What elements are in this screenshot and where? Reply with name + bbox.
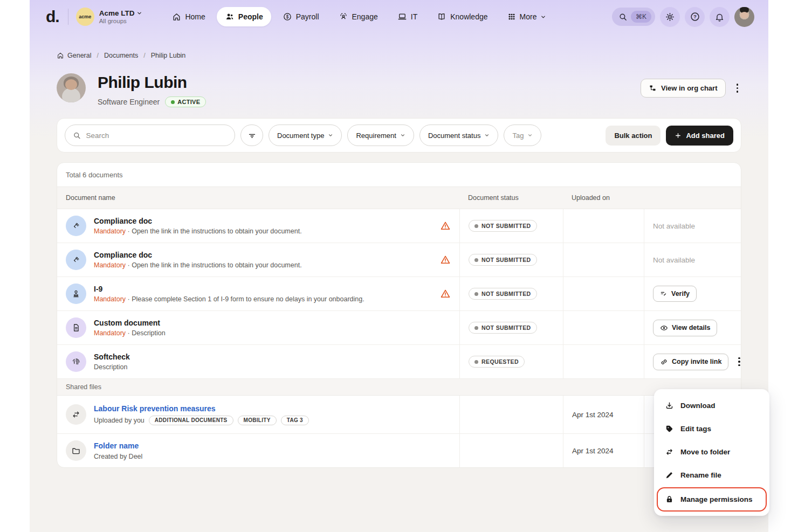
gavel-icon	[66, 216, 86, 236]
org-name: Acme LTD	[99, 9, 135, 17]
nav-item-payroll[interactable]: S Payroll	[274, 7, 327, 26]
documents-table: Total 6 documents Document name Document…	[57, 162, 741, 468]
status-badge: REQUESTED	[469, 356, 525, 368]
global-search-button[interactable]: ⌘K	[612, 8, 655, 26]
tag-badge[interactable]: TAG 3	[281, 416, 309, 425]
search-icon	[73, 131, 81, 140]
menu-item-rename-file[interactable]: Rename file	[654, 464, 769, 487]
row-more-menu-button[interactable]	[735, 354, 741, 370]
main-nav: Home People S Payroll Engage IT Knowledg…	[164, 7, 612, 26]
shared-file-row: Folder name Created by Deel Apr 1st 2024	[57, 434, 741, 467]
filter-toolbar: Document type Requirement Document statu…	[57, 118, 741, 153]
pencil-icon	[665, 471, 674, 480]
search-input[interactable]	[86, 132, 227, 140]
payroll-icon: S	[283, 12, 292, 22]
shared-file-link[interactable]: Labour Risk prevention measures	[94, 404, 309, 413]
download-icon	[665, 401, 674, 410]
status-badge: ACTIVE	[165, 96, 206, 107]
nav-item-it[interactable]: IT	[389, 7, 425, 26]
nav-item-engage[interactable]: Engage	[331, 7, 386, 26]
plus-icon	[675, 132, 682, 139]
search-field[interactable]	[65, 125, 235, 146]
document-name[interactable]: Compliance doc	[94, 251, 302, 259]
table-row: Softcheck Description REQUESTED Copy inv…	[57, 345, 741, 379]
filter-tag[interactable]: Tag	[504, 125, 541, 146]
document-name[interactable]: I-9	[94, 285, 364, 293]
verify-button[interactable]: Verify	[653, 286, 697, 302]
tag-icon	[665, 424, 674, 433]
help-button[interactable]: ?	[685, 7, 705, 27]
document-icon	[66, 317, 86, 338]
people-icon	[225, 12, 235, 22]
view-org-chart-button[interactable]: View in org chart	[641, 79, 726, 98]
copy-invite-link-button[interactable]: Copy invite link	[653, 354, 728, 370]
table-row: Compliance doc Mandatory · Open the link…	[57, 209, 741, 243]
filter-requirement[interactable]: Requirement	[347, 125, 414, 146]
column-actions	[644, 187, 741, 209]
view-details-button[interactable]: View details	[653, 320, 717, 336]
profile-more-menu-button[interactable]	[733, 80, 742, 96]
menu-item-manage-permissions[interactable]: Manage permissions	[657, 488, 766, 511]
org-switcher[interactable]: acme Acme LTD All groups	[76, 8, 143, 26]
notifications-button[interactable]	[710, 7, 730, 27]
app-window: d. acme Acme LTD All groups Home People …	[30, 0, 768, 532]
filter-document-type[interactable]: Document type	[269, 125, 342, 146]
document-name[interactable]: Compliance doc	[94, 217, 302, 225]
uploaded-on-cell: Apr 1st 2024	[572, 411, 614, 419]
deel-logo[interactable]: d.	[46, 8, 59, 26]
add-shared-button[interactable]: Add shared	[666, 126, 733, 146]
status-badge: NOT SUBMITTED	[469, 254, 537, 266]
nav-item-knowledge[interactable]: Knowledge	[429, 7, 496, 26]
shared-file-row: Labour Risk prevention measures Uploaded…	[57, 396, 741, 434]
breadcrumb-documents[interactable]: Documents	[104, 52, 138, 59]
shared-file-byline: Uploaded by you	[94, 417, 145, 424]
uploaded-on-cell: Apr 1st 2024	[572, 447, 614, 455]
shared-folder-link[interactable]: Folder name	[94, 441, 142, 450]
eye-icon	[660, 324, 668, 332]
grid-icon	[507, 12, 516, 21]
breadcrumb-general[interactable]: General	[57, 52, 91, 59]
status-badge: NOT SUBMITTED	[469, 322, 537, 334]
move-arrows-icon	[665, 447, 674, 457]
tag-badge[interactable]: ADDITIONAL DOCUMENTS	[149, 416, 233, 425]
lock-icon	[665, 495, 674, 504]
nav-item-people[interactable]: People	[217, 7, 271, 26]
table-row: I-9 Mandatory · Please complete Section …	[57, 277, 741, 311]
not-available-label: Not available	[653, 256, 695, 264]
menu-item-download[interactable]: Download	[654, 394, 769, 417]
home-icon	[57, 52, 64, 59]
document-name[interactable]: Softcheck	[94, 353, 130, 361]
gavel-icon	[66, 250, 86, 270]
org-chart-icon	[649, 84, 657, 92]
menu-item-edit-tags[interactable]: Edit tags	[654, 417, 769, 440]
bulk-action-button[interactable]: Bulk action	[606, 126, 661, 146]
chevron-down-icon	[400, 133, 405, 138]
breadcrumb-separator: /	[97, 52, 98, 59]
menu-item-move-to-folder[interactable]: Move to folder	[654, 440, 769, 464]
chevron-down-icon	[527, 133, 533, 138]
divider	[68, 9, 68, 25]
nav-item-home[interactable]: Home	[164, 8, 213, 26]
table-header: Document name Document status Uploaded o…	[57, 186, 741, 209]
user-avatar[interactable]	[734, 7, 754, 27]
table-summary: Total 6 documents	[57, 163, 741, 186]
chevron-down-icon	[328, 133, 333, 138]
nav-item-more[interactable]: More	[499, 8, 555, 26]
filter-button[interactable]	[240, 125, 263, 146]
filter-sliders-icon	[247, 131, 257, 140]
not-available-label: Not available	[653, 222, 695, 230]
settings-button[interactable]	[660, 7, 680, 27]
uploaded-on-cell	[563, 311, 644, 344]
topbar-actions: ⌘K ?	[612, 7, 754, 27]
svg-text:?: ?	[693, 14, 697, 19]
filter-document-status[interactable]: Document status	[419, 125, 499, 146]
org-avatar: acme	[76, 8, 94, 26]
document-name[interactable]: Custom document	[94, 319, 166, 327]
profile-header: Philip Lubin Software Engineer ACTIVE Vi…	[57, 73, 741, 107]
engage-icon	[339, 12, 348, 22]
fingerprint-icon	[66, 351, 86, 372]
breadcrumb-separator: /	[143, 52, 145, 59]
top-navigation-bar: d. acme Acme LTD All groups Home People …	[30, 0, 768, 33]
tag-badge[interactable]: MOBILITY	[238, 416, 277, 425]
active-dot-icon	[171, 100, 175, 104]
